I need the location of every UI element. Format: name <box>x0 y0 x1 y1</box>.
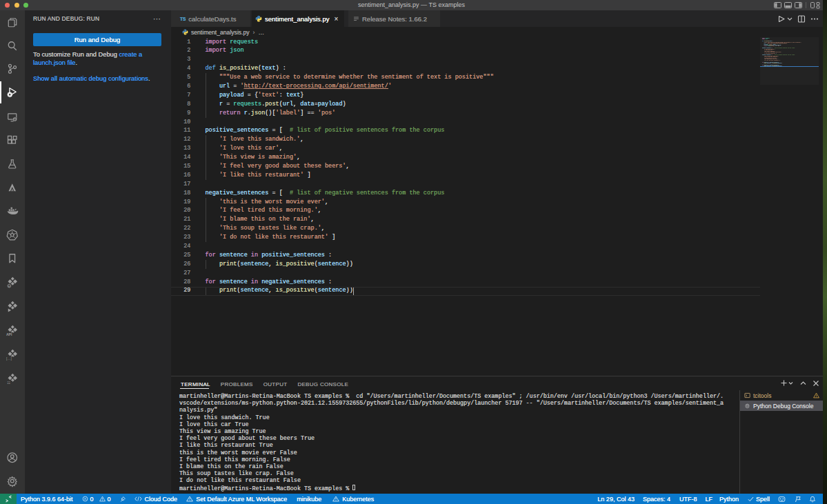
svg-text:[…]: […] <box>6 356 12 361</box>
svg-text:☷: ☷ <box>8 381 11 385</box>
svg-text:API: API <box>6 332 12 336</box>
svg-text:R: R <box>8 285 10 288</box>
